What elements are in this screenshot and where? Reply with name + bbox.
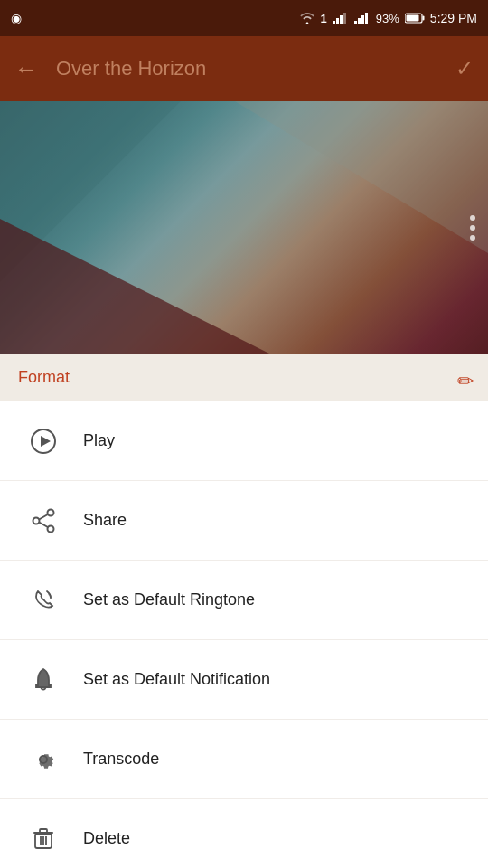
transcode-label: Transcode xyxy=(83,750,159,769)
svg-point-14 xyxy=(33,517,40,524)
svg-rect-1 xyxy=(336,18,339,24)
svg-point-15 xyxy=(48,525,54,532)
status-right: 1 93% 5:29 PM xyxy=(299,11,477,25)
menu-item-ringtone[interactable]: Set as Default Ringtone xyxy=(0,561,488,640)
menu-item-transcode[interactable]: Transcode xyxy=(0,720,488,799)
app-bar: ← Over the Horizon ✓ xyxy=(0,36,488,101)
ringtone-icon xyxy=(22,588,65,613)
menu-list: Play Share Set as Default Ringtone xyxy=(0,401,488,868)
svg-rect-10 xyxy=(406,15,418,22)
status-left: ◉ xyxy=(11,11,22,25)
notification-label: Set as Default Notification xyxy=(83,670,270,689)
svg-rect-4 xyxy=(354,21,357,24)
svg-line-17 xyxy=(39,522,48,527)
data-icon: ◉ xyxy=(11,11,22,25)
menu-item-play[interactable]: Play xyxy=(0,401,488,481)
signal2-icon xyxy=(354,12,371,24)
svg-line-16 xyxy=(39,514,48,520)
menu-item-share[interactable]: Share xyxy=(0,481,488,561)
svg-marker-12 xyxy=(41,436,51,447)
page-title: Over the Horizon xyxy=(56,57,455,80)
album-overlay xyxy=(0,101,488,354)
svg-rect-3 xyxy=(343,13,346,24)
svg-point-13 xyxy=(48,509,54,515)
delete-label: Delete xyxy=(83,829,130,848)
overflow-menu-button[interactable] xyxy=(470,215,475,241)
format-bar: Format ✏ xyxy=(0,354,488,401)
wifi-icon xyxy=(299,12,315,24)
gear-icon xyxy=(22,747,65,772)
svg-rect-9 xyxy=(422,16,424,21)
back-button[interactable]: ← xyxy=(14,55,38,83)
time: 5:29 PM xyxy=(430,11,477,25)
sim-icon: 1 xyxy=(321,12,327,25)
svg-rect-5 xyxy=(358,18,361,24)
menu-item-notification[interactable]: Set as Default Notification xyxy=(0,640,488,720)
play-label: Play xyxy=(83,431,115,450)
edit-icon[interactable]: ✏ xyxy=(457,370,474,393)
share-icon xyxy=(22,508,65,533)
signal-icon xyxy=(333,12,349,24)
svg-rect-0 xyxy=(333,21,335,24)
status-bar: ◉ 1 93% 5:29 PM xyxy=(0,0,488,36)
svg-rect-7 xyxy=(365,13,368,24)
battery-percent: 93% xyxy=(376,12,399,25)
share-label: Share xyxy=(83,511,127,530)
dot2 xyxy=(470,225,475,231)
svg-rect-6 xyxy=(361,15,364,24)
bell-icon xyxy=(22,667,65,693)
ringtone-label: Set as Default Ringtone xyxy=(83,590,255,609)
format-label: Format xyxy=(18,368,70,387)
dot3 xyxy=(470,235,475,241)
dot1 xyxy=(470,215,475,221)
confirm-button[interactable]: ✓ xyxy=(455,56,474,81)
trash-icon xyxy=(22,826,65,852)
album-art xyxy=(0,101,488,354)
menu-item-delete[interactable]: Delete xyxy=(0,799,488,868)
svg-rect-2 xyxy=(340,15,343,24)
battery-icon xyxy=(405,13,425,24)
play-icon xyxy=(22,428,65,455)
